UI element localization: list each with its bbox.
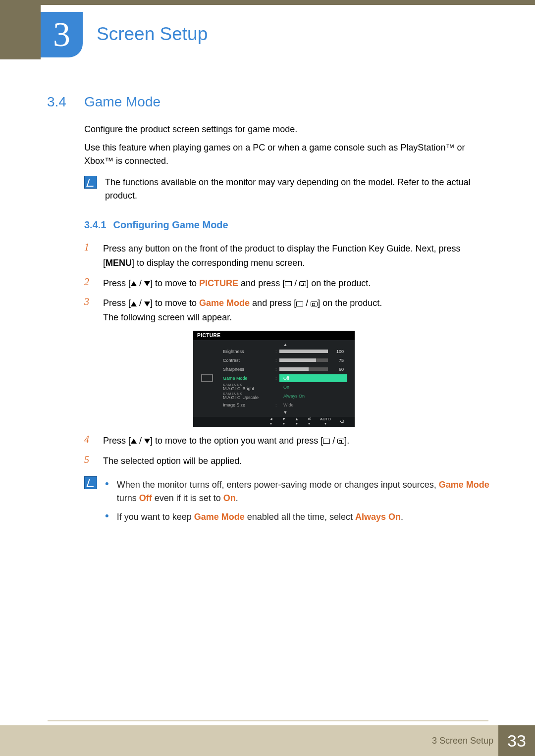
t: Press [ bbox=[103, 298, 131, 308]
t: Press [ bbox=[103, 278, 131, 288]
osd-controls: ◄▾ ▼▾ ▲▾ ⏎▾ AUTO▾ ⏻ bbox=[193, 417, 355, 427]
down-icon bbox=[144, 281, 150, 286]
step-body: Press [ / ] to move to PICTURE and press… bbox=[103, 276, 371, 291]
bullet-text: When the monitor turns off, enters power… bbox=[117, 478, 490, 506]
c: : bbox=[275, 358, 279, 363]
c: : bbox=[275, 367, 279, 372]
ctrl-auto: AUTO▾ bbox=[320, 417, 331, 426]
rect-icon bbox=[323, 439, 330, 444]
up-icon bbox=[131, 281, 137, 286]
bullet-dot-icon: • bbox=[105, 510, 109, 524]
osd-row-brightness: Brightness: 100 bbox=[221, 347, 350, 356]
step-number: 4 bbox=[84, 434, 92, 448]
osd-left-col bbox=[193, 340, 221, 417]
c: : bbox=[275, 376, 279, 381]
options: Off bbox=[279, 374, 347, 382]
t: Game Mode bbox=[439, 480, 489, 490]
source-icon bbox=[311, 302, 318, 306]
t: and press [ bbox=[238, 278, 285, 288]
step-number: 2 bbox=[84, 276, 92, 291]
steps-list-cont: 4 Press [ / ] to move to the option you … bbox=[84, 434, 490, 468]
picture-icon bbox=[201, 374, 213, 382]
c: : bbox=[275, 403, 279, 407]
t: . bbox=[236, 493, 238, 503]
subsection-title: Configuring Game Mode bbox=[113, 219, 228, 231]
step-3: 3 Press [ / ] to move to Game Mode and p… bbox=[84, 296, 490, 325]
bullets: • When the monitor turns off, enters pow… bbox=[105, 478, 490, 530]
chapter-title: Screen Setup bbox=[97, 24, 208, 45]
slider bbox=[279, 350, 328, 353]
lbl: Brightness bbox=[221, 349, 275, 354]
bullet-2: • If you want to keep Game Mode enabled … bbox=[105, 510, 490, 524]
step-body: Press any button on the front of the pro… bbox=[103, 242, 490, 270]
section-title: Game Mode bbox=[84, 94, 160, 110]
val: 75 bbox=[332, 358, 344, 363]
t: MAGIC bbox=[223, 386, 241, 391]
t: The following screen will appear. bbox=[103, 310, 382, 325]
osd-screenshot: PICTURE ▲ Brightness: 100 Contrast: 75 S bbox=[193, 331, 355, 427]
steps-list: 1 Press any button on the front of the p… bbox=[84, 242, 490, 325]
side-bar bbox=[0, 5, 41, 59]
bullet-text: If you want to keep Game Mode enabled al… bbox=[117, 510, 403, 524]
t: Off bbox=[139, 493, 152, 503]
footer: 3 Screen Setup 33 bbox=[0, 725, 535, 756]
step-body: The selected option will be applied. bbox=[103, 454, 242, 468]
t: If you want to keep bbox=[117, 512, 194, 522]
t: On bbox=[223, 493, 236, 503]
t: ] to display the corresponding menu scre… bbox=[132, 258, 305, 268]
ctrl-left-icon: ◄▾ bbox=[269, 417, 273, 426]
t: Game Mode bbox=[199, 298, 250, 308]
t: even if it is set to bbox=[152, 493, 223, 503]
t: AUTO bbox=[320, 417, 331, 421]
top-bar bbox=[0, 0, 535, 5]
t: ] on the product. bbox=[318, 298, 382, 308]
step-5: 5 The selected option will be applied. bbox=[84, 454, 490, 468]
step-4: 4 Press [ / ] to move to the option you … bbox=[84, 434, 490, 448]
rect-icon bbox=[285, 281, 292, 286]
ctrl-enter-icon: ⏎▾ bbox=[308, 417, 311, 426]
page-content: 3.4 Game Mode Configure the product scre… bbox=[47, 94, 490, 536]
t: enabled all the time, select bbox=[245, 512, 355, 522]
opt-always: Always On bbox=[279, 392, 347, 400]
osd-row-magic-bright: SAMSUNGMAGIC Bright On bbox=[221, 383, 350, 392]
ctrl-up-icon: ▲▾ bbox=[295, 417, 299, 426]
osd-row-contrast: Contrast: 75 bbox=[221, 356, 350, 365]
note-icon bbox=[84, 476, 97, 489]
note-icon bbox=[84, 176, 97, 189]
ctrl-down-icon: ▼▾ bbox=[282, 417, 286, 426]
step-number: 5 bbox=[84, 454, 92, 468]
scroll-up-icon: ▲ bbox=[221, 342, 350, 347]
subsection-number: 3.4.1 bbox=[84, 219, 106, 231]
t: Always On bbox=[355, 512, 401, 522]
up-icon bbox=[131, 439, 137, 444]
lbl: Image Size bbox=[221, 403, 275, 407]
note-block-2: • When the monitor turns off, enters pow… bbox=[84, 476, 490, 530]
val: Wide bbox=[279, 403, 294, 407]
source-icon bbox=[299, 281, 306, 286]
page-number: 33 bbox=[498, 725, 535, 756]
c: : bbox=[275, 349, 279, 354]
t: ] on the product. bbox=[306, 278, 371, 288]
footer-line bbox=[48, 720, 488, 721]
section-heading: 3.4 Game Mode bbox=[47, 94, 490, 110]
section-number: 3.4 bbox=[47, 94, 74, 110]
chapter-tab: 3 bbox=[41, 12, 83, 57]
bullet-1: • When the monitor turns off, enters pow… bbox=[105, 478, 490, 506]
step-body: Press [ / ] to move to the option you wa… bbox=[103, 434, 349, 448]
menu-key: MENU bbox=[106, 258, 132, 268]
note-text-1: The functions available on the monitor m… bbox=[105, 176, 490, 202]
slider bbox=[279, 367, 328, 371]
t: ] to move to bbox=[150, 298, 199, 308]
osd-row-sharpness: Sharpness: 60 bbox=[221, 365, 350, 374]
t: Upscale bbox=[243, 395, 259, 400]
bullet-dot-icon: • bbox=[105, 478, 109, 506]
t: ] to move to the option you want and pre… bbox=[150, 436, 323, 446]
step-1: 1 Press any button on the front of the p… bbox=[84, 242, 490, 270]
step-number: 1 bbox=[84, 242, 92, 270]
ctrl-power-icon: ⏻ bbox=[340, 420, 344, 424]
options: Always On bbox=[279, 392, 347, 400]
scroll-down-icon: ▼ bbox=[221, 410, 350, 415]
t: and press [ bbox=[250, 298, 296, 308]
t: MAGIC bbox=[223, 395, 241, 400]
t: ] to move to bbox=[150, 278, 199, 288]
